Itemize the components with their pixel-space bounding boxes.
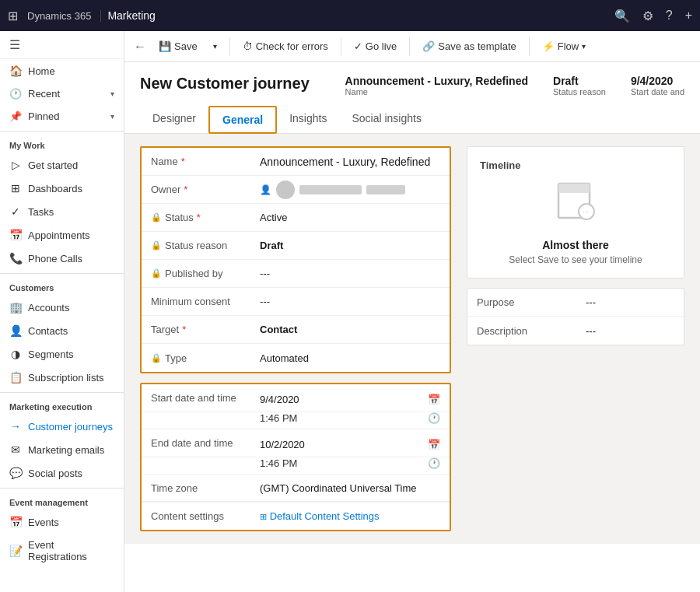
start-time-row: 1:46 PM 🕐 xyxy=(142,412,450,429)
journey-icon: → xyxy=(9,420,22,433)
timeline-subtitle: Select Save to see your timeline xyxy=(509,254,642,265)
sidebar-item-marketing-emails[interactable]: ✉ Marketing emails xyxy=(0,438,124,461)
form-row-owner: Owner * 👤 xyxy=(142,176,450,204)
target-label-text: Target xyxy=(151,324,179,335)
save-dropdown-button[interactable]: ▾ xyxy=(207,38,223,54)
sidebar-item-get-started[interactable]: ▷ Get started xyxy=(0,153,124,177)
search-icon[interactable]: 🔍 xyxy=(614,9,630,23)
start-date-input[interactable]: 9/4/2020 📅 xyxy=(260,394,440,405)
required-star-owner: * xyxy=(184,184,187,195)
save-button[interactable]: 💾 Save xyxy=(152,37,204,56)
sidebar-item-accounts[interactable]: 🏢 Accounts xyxy=(0,296,124,319)
sidebar-item-contacts[interactable]: 👤 Contacts xyxy=(0,319,124,342)
pin-icon: 📌 xyxy=(9,110,22,122)
divider xyxy=(229,37,230,56)
form-section-dates: Start date and time 9/4/2020 📅 xyxy=(140,383,451,531)
brand: Dynamics 365 Marketing xyxy=(27,9,156,22)
sidebar-collapse-btn[interactable]: ☰ xyxy=(0,31,124,59)
back-button[interactable]: ← xyxy=(134,40,146,54)
form-row-purpose: Purpose --- xyxy=(467,289,684,317)
sidebar-section-mywork: My Work xyxy=(0,135,124,153)
sidebar-label-subscription-lists: Subscription lists xyxy=(28,372,104,384)
label-content-settings: Content settings xyxy=(151,510,260,522)
add-icon[interactable]: + xyxy=(685,9,692,23)
tab-insights[interactable]: Insights xyxy=(277,106,339,134)
divider3 xyxy=(409,37,410,56)
content-settings-text[interactable]: Default Content Settings xyxy=(270,510,380,522)
check-errors-button[interactable]: ⏱ Check for errors xyxy=(236,37,334,56)
sidebar-label-get-started: Get started xyxy=(28,159,78,171)
tab-social-insights[interactable]: Social insights xyxy=(339,106,434,134)
value-target: Contact xyxy=(260,321,440,338)
registrations-icon: 📝 xyxy=(9,545,22,557)
sidebar-section-marketing: Marketing execution xyxy=(0,396,124,415)
label-description: Description xyxy=(477,325,586,337)
top-nav: ⊞ Dynamics 365 Marketing 🔍 ⚙ ? + xyxy=(0,0,700,31)
end-date-input[interactable]: 10/2/2020 📅 xyxy=(260,439,440,450)
sidebar-item-subscription-lists[interactable]: 📋 Subscription lists xyxy=(0,366,124,389)
sidebar-item-appointments[interactable]: 📅 Appointments xyxy=(0,223,124,247)
tasks-icon: ✓ xyxy=(9,205,22,218)
start-time-text: 1:46 PM xyxy=(260,412,297,424)
form-section-main: Name * Announcement - Luxury, Redefined … xyxy=(140,146,451,373)
check-errors-label: Check for errors xyxy=(256,40,328,52)
sidebar-item-events[interactable]: 📅 Events xyxy=(0,510,124,534)
save-label: Save xyxy=(174,40,198,52)
sidebar-label-tasks: Tasks xyxy=(28,206,54,218)
waffle-icon[interactable]: ⊞ xyxy=(8,9,18,23)
flow-label: Flow xyxy=(558,40,579,52)
recent-icon: 🕐 xyxy=(9,88,22,100)
sidebar-item-phone-calls[interactable]: 📞 Phone Calls xyxy=(0,247,124,270)
required-star-status: * xyxy=(197,212,201,223)
clock-icon-end[interactable]: 🕐 xyxy=(428,457,440,469)
sidebar-item-event-registrations[interactable]: 📝 Event Registrations xyxy=(0,534,124,568)
app-name: Dynamics 365 xyxy=(27,10,101,22)
top-nav-actions: 🔍 ⚙ ? + xyxy=(614,9,692,23)
calendar-icon-start[interactable]: 📅 xyxy=(428,394,440,405)
sidebar-item-home[interactable]: 🏠 Home xyxy=(0,59,124,82)
form-row-published-by: 🔒 Published by --- xyxy=(142,260,450,288)
home-icon: 🏠 xyxy=(9,65,22,77)
timeline-icon: ··· xyxy=(552,177,599,233)
sidebar-item-pinned[interactable]: 📌 Pinned ▾ xyxy=(0,105,124,128)
sidebar-item-social-posts[interactable]: 💬 Social posts xyxy=(0,461,124,485)
settings-icon[interactable]: ⚙ xyxy=(642,9,653,23)
end-time-row: 1:46 PM 🕐 xyxy=(142,457,450,474)
sidebar-item-recent[interactable]: 🕐 Recent ▾ xyxy=(0,82,124,105)
sidebar-label-events: Events xyxy=(28,517,59,528)
label-min-consent: Minimum consent xyxy=(151,296,260,307)
sidebar-item-customer-journeys[interactable]: → Customer journeys xyxy=(0,415,124,438)
main-content: ← 💾 Save ▾ ⏱ Check for errors ✓ Go live … xyxy=(124,31,700,592)
value-timezone[interactable]: (GMT) Coordinated Universal Time xyxy=(260,479,440,497)
label-type: 🔒 Type xyxy=(151,352,260,364)
page-header-meta: Announcement - Luxury, Redefined Name Dr… xyxy=(345,75,684,96)
save-template-label: Save as template xyxy=(438,40,516,52)
calendar-icon-end[interactable]: 📅 xyxy=(428,439,440,450)
tab-designer[interactable]: Designer xyxy=(140,106,208,134)
value-owner: 👤 xyxy=(260,177,440,202)
contacts-icon: 👤 xyxy=(9,324,22,337)
sidebar-item-dashboards[interactable]: ⊞ Dashboards xyxy=(0,177,124,200)
flow-button[interactable]: ⚡ Flow ▾ xyxy=(536,37,592,56)
form-area: Name * Announcement - Luxury, Redefined … xyxy=(124,134,700,544)
save-template-button[interactable]: 🔗 Save as template xyxy=(416,37,522,56)
avatar xyxy=(276,180,295,199)
segments-icon: ◑ xyxy=(9,348,22,360)
meta-status-label: Status reason xyxy=(553,87,606,96)
value-name[interactable]: Announcement - Luxury, Redefined xyxy=(260,152,440,171)
clock-icon-start[interactable]: 🕐 xyxy=(428,412,440,424)
chevron-down-icon: ▾ xyxy=(110,112,114,121)
page-header-top: New Customer journey Announcement - Luxu… xyxy=(140,75,684,96)
sidebar-item-segments[interactable]: ◑ Segments xyxy=(0,342,124,366)
tab-general[interactable]: General xyxy=(208,106,277,134)
form-row-status-reason: 🔒 Status reason Draft xyxy=(142,232,450,260)
settings-link-icon: ⊞ xyxy=(260,512,267,521)
go-live-button[interactable]: ✓ Go live xyxy=(348,37,403,56)
sidebar-item-tasks[interactable]: ✓ Tasks xyxy=(0,200,124,223)
value-content-settings[interactable]: ⊞ Default Content Settings xyxy=(260,507,440,525)
help-icon[interactable]: ? xyxy=(666,9,673,23)
value-status: Active xyxy=(260,208,440,226)
save-icon: 💾 xyxy=(159,40,171,52)
min-consent-label-text: Minimum consent xyxy=(151,296,230,307)
value-min-consent: --- xyxy=(260,292,440,310)
